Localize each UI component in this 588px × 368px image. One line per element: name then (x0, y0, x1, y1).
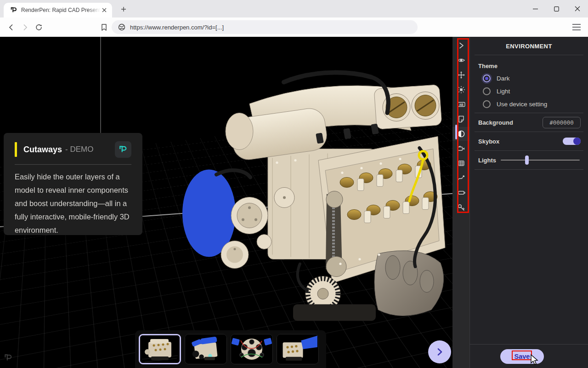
visibility-icon[interactable] (452, 53, 469, 67)
skybox-row: Skybox (470, 132, 588, 150)
thumbnail-engine-view-2[interactable] (185, 334, 227, 364)
card-divider (15, 164, 131, 165)
brightness-icon[interactable] (452, 83, 469, 97)
forward-button[interactable] (19, 22, 30, 33)
renderpen-logo-icon (115, 141, 131, 158)
background-hex-input[interactable] (543, 117, 581, 128)
access-key-icon[interactable] (452, 201, 469, 214)
thumbnail-engine-view-4[interactable] (277, 334, 319, 364)
environment-panel: ENVIRONMENT Theme Dark Light Use device … (469, 37, 588, 368)
notes-icon[interactable] (452, 112, 469, 126)
window-minimize-button[interactable] (525, 0, 546, 17)
url-text[interactable]: https://www.renderpen.com/?id=[...] (130, 24, 224, 31)
toggle-knob (573, 138, 581, 145)
bookmark-icon[interactable] (98, 22, 109, 33)
panel-title: ENVIRONMENT (470, 37, 588, 50)
thumbnail-strip (135, 330, 326, 368)
site-info-icon[interactable] (118, 23, 125, 31)
save-button[interactable]: Save (500, 349, 544, 364)
theme-label: Theme (478, 63, 580, 69)
theme-option-device[interactable]: Use device setting (478, 100, 580, 108)
radio-dark[interactable] (483, 75, 491, 82)
card-accent-bar (15, 142, 17, 157)
panel-divider (475, 169, 583, 170)
info-card: Cutaways - DEMO Easily hide the outer la… (4, 133, 142, 235)
card-title: Cutaways (23, 145, 62, 155)
browser-titlebar: RenderPen: Rapid CAD Presentat (0, 0, 588, 17)
radio-device-label: Use device setting (497, 101, 547, 108)
thumbnail-engine-view-1[interactable] (139, 334, 181, 364)
browser-tab[interactable]: RenderPen: Rapid CAD Presentat (4, 3, 112, 17)
skybox-toggle[interactable] (563, 138, 581, 145)
ab-compare-icon[interactable]: AB (452, 98, 469, 111)
move-tool-icon[interactable] (452, 68, 469, 82)
new-tab-button[interactable] (119, 4, 129, 14)
active-tool-indicator (455, 125, 457, 139)
browser-navbar: https://www.renderpen.com/?id=[...] (0, 17, 588, 37)
browser-menu-button[interactable] (571, 22, 582, 33)
reload-button[interactable] (33, 22, 44, 33)
expand-panel-icon[interactable] (452, 39, 469, 52)
lights-slider[interactable] (501, 160, 580, 161)
address-bar[interactable]: https://www.renderpen.com/?id=[...] (112, 20, 418, 34)
radio-light-label: Light (497, 88, 510, 95)
panel-footer-divider (470, 344, 588, 345)
renderpen-watermark-icon (4, 353, 13, 364)
tab-close-icon[interactable] (100, 6, 108, 14)
renderpen-app: Cutaways - DEMO Easily hide the outer la… (0, 37, 588, 368)
card-body-text: Easily hide the outer layers of a model … (15, 170, 131, 237)
next-slide-button[interactable] (428, 340, 451, 363)
tool-rail: AB (452, 37, 469, 368)
grid-icon[interactable] (452, 156, 469, 170)
background-row: Background (470, 113, 588, 132)
viewport-3d[interactable]: Cutaways - DEMO Easily hide the outer la… (0, 37, 452, 368)
back-button[interactable] (6, 22, 17, 33)
lights-slider-thumb[interactable] (525, 155, 529, 165)
window-close-button[interactable] (567, 0, 588, 17)
vr-view-icon[interactable] (452, 186, 469, 200)
theme-option-light[interactable]: Light (478, 87, 580, 95)
renderpen-favicon-icon (10, 6, 17, 14)
card-subtitle: - DEMO (65, 145, 93, 154)
lights-label: Lights (478, 157, 501, 164)
radio-dark-label: Dark (497, 75, 510, 82)
window-maximize-button[interactable] (546, 0, 567, 17)
thumbnail-engine-view-3[interactable] (231, 334, 273, 364)
lights-row: Lights (470, 151, 588, 169)
theme-option-dark[interactable]: Dark (478, 75, 580, 82)
engine-3d-model[interactable] (181, 61, 446, 325)
radio-light[interactable] (483, 87, 491, 95)
chart-icon[interactable] (452, 171, 469, 185)
tab-title: RenderPen: Rapid CAD Presentat (21, 7, 100, 13)
camera-icon[interactable] (452, 142, 469, 155)
radio-device[interactable] (483, 100, 491, 108)
skybox-label: Skybox (478, 138, 563, 145)
ab-label: AB (459, 103, 464, 106)
background-label: Background (478, 119, 543, 126)
